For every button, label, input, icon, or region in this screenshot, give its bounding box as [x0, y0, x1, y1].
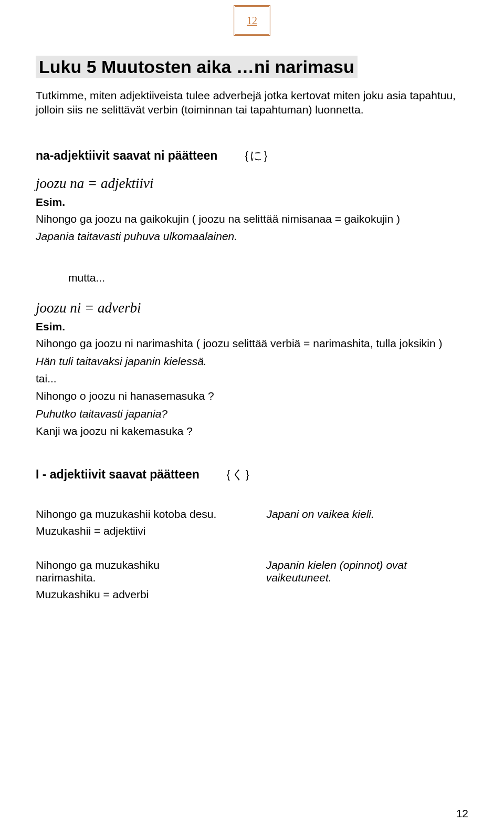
example-row-1: Nihongo ga muzukashii kotoba desu. Japan…: [36, 508, 468, 521]
chapter-title: Luku 5 Muutosten aika …ni narimasu: [36, 56, 358, 78]
intro-paragraph: Tutkimme, miten adjektiiveista tulee adv…: [36, 89, 468, 117]
section-heading-na-jp: ｛に｝: [238, 149, 275, 162]
tai-text: tai...: [36, 371, 468, 386]
section-heading-i: I - adjektiivit saavat päätteen ｛く｝: [36, 466, 468, 483]
example-3-translation: Puhutko taitavasti japania?: [36, 407, 468, 421]
section-heading-na: na-adjektiivit saavat ni päätteen ｛に｝: [36, 148, 468, 164]
example-1: Nihongo ga joozu na gaikokujin ( joozu n…: [36, 212, 468, 226]
esim-label-1: Esim.: [36, 196, 468, 209]
example-2: Nihongo ga joozu ni narimashita ( joozu …: [36, 336, 468, 350]
page-number-bottom: 12: [456, 807, 468, 820]
page-number-badge: 12: [234, 5, 270, 36]
example-row-2: Nihongo ga muzukashiku narimashita. Japa…: [36, 559, 468, 584]
section-na-adjektiivit: na-adjektiivit saavat ni päätteen ｛に｝ jo…: [36, 148, 468, 244]
example-row-1-left: Nihongo ga muzukashii kotoba desu.: [36, 508, 216, 521]
section-heading-na-text: na-adjektiivit saavat ni päätteen: [36, 149, 217, 162]
example-4: Kanji wa joozu ni kakemasuka ?: [36, 424, 468, 438]
esim-label-2: Esim.: [36, 320, 468, 333]
mutta-text: mutta...: [68, 272, 468, 284]
example-row-2-right: Japanin kielen (opinnot) ovat vaikeutune…: [266, 559, 468, 584]
section-heading-i-jp: ｛く｝: [219, 468, 256, 481]
section-heading-i-text: I - adjektiivit saavat päätteen: [36, 467, 200, 481]
example-row-2-left: Nihongo ga muzukashiku narimashita.: [36, 559, 216, 584]
definition-joozu-na: joozu na = adjektiivi: [36, 175, 468, 192]
example-row-1-sub: Muzukashii = adjektiivi: [36, 524, 468, 538]
example-row-2-sub: Muzukashiku = adverbi: [36, 587, 468, 601]
example-1-translation: Japania taitavasti puhuva ulkomaalainen.: [36, 229, 468, 243]
example-3: Nihongo o joozu ni hanasemasuka ?: [36, 389, 468, 403]
example-row-1-right: Japani on vaikea kieli.: [266, 508, 374, 521]
section-i-adjektiivit: I - adjektiivit saavat päätteen ｛く｝ Niho…: [36, 466, 468, 602]
page-number-top: 12: [247, 15, 257, 27]
example-2-translation: Hän tuli taitavaksi japanin kielessä.: [36, 354, 468, 368]
definition-joozu-ni: joozu ni = adverbi: [36, 300, 468, 316]
section-joozu-ni: joozu ni = adverbi Esim. Nihongo ga jooz…: [36, 300, 468, 438]
page-container: 12 Luku 5 Muutosten aika …ni narimasu Tu…: [0, 5, 504, 822]
